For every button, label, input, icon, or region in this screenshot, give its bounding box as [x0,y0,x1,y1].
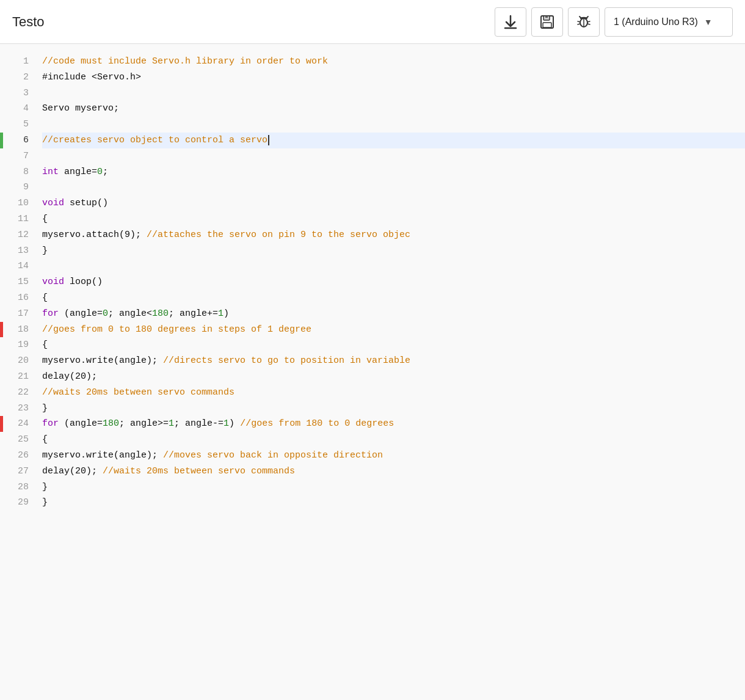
code-segment: ; angle+= [169,308,218,319]
code-segment: myservo.attach(9); [42,230,147,240]
code-segment: (angle= [59,418,103,429]
line-number-7: 7 [9,148,29,164]
code-editor[interactable]: //code must include Servo.h library in o… [37,44,745,700]
line-number-2: 2 [9,70,29,86]
line-number-16: 16 [9,290,29,306]
code-line-24: for (angle=180; angle>=1; angle-=1) //go… [42,416,745,432]
line-number-12: 12 [9,227,29,243]
line-number-1: 1 [9,54,29,70]
line-number-9: 9 [9,180,29,195]
debug-button[interactable] [568,7,600,37]
code-segment: delay(20); [42,466,103,476]
board-label: 1 (Arduino Uno R3) [614,16,698,27]
code-segment: setup() [64,198,108,208]
code-segment: (angle= [59,308,103,319]
code-segment: 1 [169,418,174,429]
code-line-2: #include <Servo.h> [42,70,745,86]
code-line-6: //creates servo object to control a serv… [42,133,745,148]
line-number-3: 3 [9,86,29,101]
code-segment: //attaches the servo on pin 9 to the ser… [147,230,410,240]
code-line-27: delay(20); //waits 20ms between servo co… [42,464,745,479]
code-line-8: int angle=0; [42,164,745,180]
svg-line-7 [586,16,588,18]
code-line-23: } [42,401,745,417]
svg-line-11 [587,24,590,24]
code-segment: //creates servo object to control a serv… [42,135,267,145]
error-line-accent-24 [0,416,3,432]
code-line-11: { [42,211,745,227]
line-number-26: 26 [9,448,29,464]
line-number-19: 19 [9,337,29,353]
line-number-25: 25 [9,432,29,448]
chevron-down-icon: ▼ [704,17,713,27]
app-title: Testo [12,14,487,30]
code-segment: ; angle>= [119,418,169,429]
line-number-18: 18 [9,322,29,338]
svg-rect-2 [543,16,550,20]
line-number-29: 29 [9,495,29,511]
code-segment: 1 [223,418,229,429]
error-line-accent-17 [0,322,3,338]
line-number-8: 8 [9,164,29,180]
toolbar-buttons: 1 (Arduino Uno R3) ▼ [495,7,733,37]
svg-line-10 [587,21,590,22]
line-number-13: 13 [9,243,29,259]
code-segment: } [42,403,48,414]
code-segment: 0 [97,167,103,177]
code-segment: { [42,434,48,445]
save-button[interactable] [531,7,563,37]
code-segment: 180 [152,308,169,319]
code-segment: ) [223,308,229,319]
code-segment: int [42,167,59,177]
line-number-4: 4 [9,101,29,117]
code-line-14 [42,258,745,274]
line-number-24: 24 [9,416,29,432]
code-line-9 [42,180,745,195]
code-segment: } [42,246,48,256]
code-segment: { [42,340,48,350]
svg-rect-3 [543,23,551,27]
toolbar: Testo [0,0,745,44]
code-segment: { [42,293,48,303]
code-line-20: myservo.write(angle); //directs servo to… [42,353,745,369]
code-segment: void [42,277,64,287]
code-segment: 1 [218,308,223,319]
code-line-15: void loop() [42,274,745,290]
svg-line-8 [578,21,580,22]
code-line-5 [42,117,745,133]
line-number-22: 22 [9,385,29,401]
board-selector[interactable]: 1 (Arduino Uno R3) ▼ [605,7,733,37]
code-line-18: //goes from 0 to 180 degrees in steps of… [42,322,745,338]
code-segment: //goes from 180 to 0 degrees [240,418,394,429]
code-segment: //moves servo back in opposite direction [163,450,383,461]
code-line-4: Servo myservo; [42,101,745,117]
download-button[interactable] [495,7,526,37]
code-segment: ; [103,167,108,177]
line-number-5: 5 [9,117,29,133]
line-number-11: 11 [9,211,29,227]
code-segment: ) [229,418,240,429]
code-segment: angle= [59,167,97,177]
code-line-7 [42,148,745,164]
line-number-17: 17 [9,306,29,322]
line-number-27: 27 [9,464,29,479]
text-cursor [268,135,269,145]
code-segment: //directs servo to go to position in var… [163,355,410,366]
code-line-17: for (angle=0; angle<180; angle+=1) [42,306,745,322]
line-number-14: 14 [9,258,29,274]
code-line-10: void setup() [42,195,745,211]
line-number-21: 21 [9,369,29,385]
code-segment: myservo.write(angle); [42,450,163,461]
code-line-12: myservo.attach(9); //attaches the servo … [42,227,745,243]
line-number-20: 20 [9,353,29,369]
code-segment: //goes from 0 to 180 degrees in steps of… [42,324,311,335]
code-segment: //waits 20ms between servo commands [103,466,295,476]
code-segment: } [42,497,48,508]
code-segment: 180 [103,418,119,429]
line-number-6: 6 [9,133,29,148]
code-segment: for [42,308,59,319]
svg-line-6 [580,16,581,18]
code-line-16: { [42,290,745,306]
code-line-26: myservo.write(angle); //moves servo back… [42,448,745,464]
line-number-23: 23 [9,401,29,417]
